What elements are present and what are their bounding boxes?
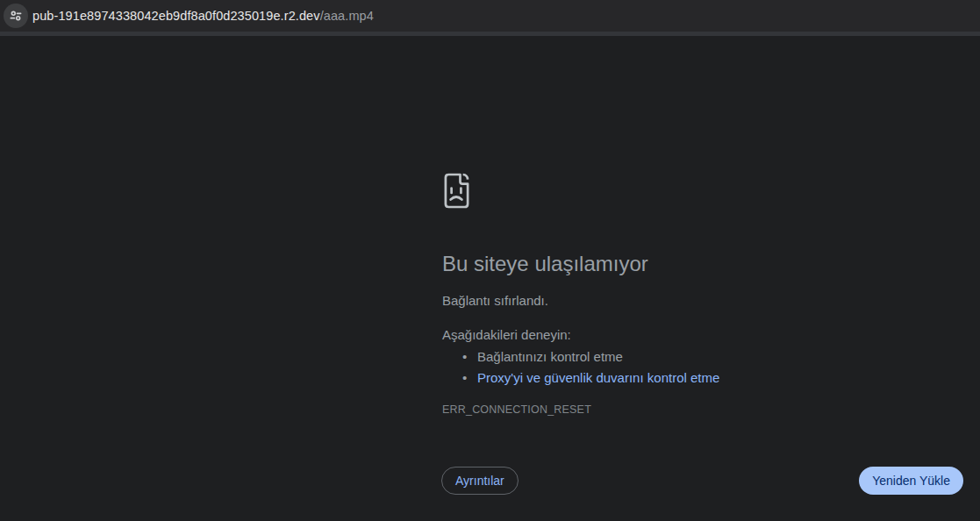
url-domain: pub-191e8974338042eb9df8a0f0d235019e.r2.…	[32, 9, 320, 23]
url-display[interactable]: pub-191e8974338042eb9df8a0f0d235019e.r2.…	[32, 0, 374, 32]
url-path: /aaa.mp4	[320, 9, 374, 23]
suggestion-text: Bağlantınızı kontrol etme	[477, 349, 623, 364]
toolbar-divider	[0, 32, 980, 36]
error-title: Bu siteye ulaşılamıyor	[442, 251, 648, 277]
proxy-firewall-help-link[interactable]: Proxy'yi ve güvenlik duvarını kontrol et…	[477, 370, 719, 385]
tune-icon	[10, 10, 22, 22]
browser-error-page: pub-191e8974338042eb9df8a0f0d235019e.r2.…	[0, 0, 980, 521]
sad-file-icon	[442, 172, 471, 213]
suggestions-list: Bağlantınızı kontrol etme Proxy'yi ve gü…	[442, 346, 719, 389]
site-settings-button[interactable]	[4, 4, 28, 28]
details-button[interactable]: Ayrıntılar	[441, 467, 519, 495]
error-code: ERR_CONNECTION_RESET	[442, 403, 591, 417]
error-suggestions: Aşağıdakileri deneyin: Bağlantınızı kont…	[442, 326, 719, 389]
suggestions-heading: Aşağıdakileri deneyin:	[442, 326, 719, 343]
list-item: Bağlantınızı kontrol etme	[442, 346, 719, 368]
error-message: Bağlantı sıfırlandı.	[442, 292, 548, 309]
list-item: Proxy'yi ve güvenlik duvarını kontrol et…	[442, 368, 719, 389]
reload-button[interactable]: Yeniden Yükle	[859, 467, 963, 495]
